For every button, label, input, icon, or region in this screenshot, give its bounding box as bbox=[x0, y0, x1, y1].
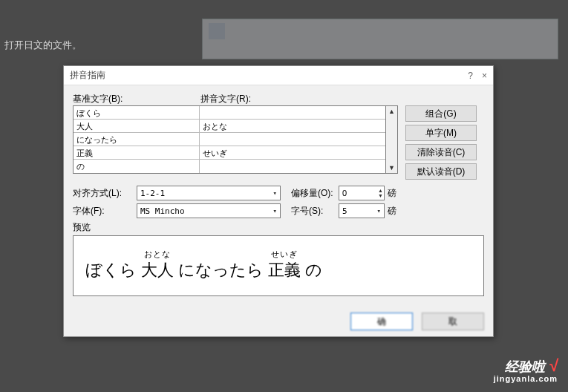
scroll-up-icon[interactable]: ▲ bbox=[386, 106, 397, 117]
preview-segment: になったら bbox=[178, 259, 264, 281]
size-select[interactable]: 5 ▾ bbox=[339, 203, 385, 218]
preview-ruby: おとな bbox=[144, 250, 171, 258]
offset-value: 0 bbox=[342, 189, 347, 197]
size-label: 字号(S): bbox=[291, 205, 339, 218]
clear-reading-button[interactable]: 清除读音(C) bbox=[405, 144, 477, 160]
single-button[interactable]: 单字(M) bbox=[405, 125, 477, 141]
text-grid: ぼくら 大人 おとな になったら 正義 せいぎ の bbox=[73, 105, 386, 174]
grid-scrollbar[interactable]: ▲ ▼ bbox=[386, 105, 398, 174]
preview-pane: ぼくらおとな大人になったらせいぎ正義の bbox=[73, 235, 484, 296]
ruby-cell[interactable] bbox=[200, 160, 385, 173]
font-select[interactable]: MS Mincho ▾ bbox=[137, 203, 281, 218]
combine-button[interactable]: 组合(G) bbox=[405, 105, 477, 122]
ruby-text-label: 拼音文字(R): bbox=[200, 93, 251, 105]
cancel-button[interactable]: 取 bbox=[422, 313, 484, 330]
preview-ruby: せいぎ bbox=[271, 250, 298, 258]
preview-label: 预览 bbox=[73, 221, 484, 234]
size-value: 5 bbox=[342, 206, 347, 216]
default-reading-button[interactable]: 默认读音(D) bbox=[405, 163, 477, 180]
dialog-titlebar: 拼音指南 ? × bbox=[64, 66, 493, 85]
base-cell[interactable]: 正義 bbox=[74, 146, 200, 160]
spin-down-icon[interactable]: ▼ bbox=[378, 193, 383, 198]
chevron-down-icon[interactable]: ▾ bbox=[272, 205, 278, 217]
help-icon[interactable]: ? bbox=[468, 71, 473, 81]
phonetic-guide-dialog: 拼音指南 ? × 基准文字(B): 拼音文字(R): ぼくら 大人 おとな にな… bbox=[63, 65, 494, 337]
ruby-cell[interactable]: せいぎ bbox=[200, 146, 385, 160]
ok-button[interactable]: 确 bbox=[350, 313, 413, 330]
scroll-down-icon[interactable]: ▼ bbox=[386, 163, 397, 173]
size-unit: 磅 bbox=[388, 205, 396, 218]
dialog-title: 拼音指南 bbox=[70, 69, 105, 82]
preview-segment: せいぎ正義 bbox=[268, 250, 301, 281]
background-word-window bbox=[202, 19, 558, 59]
base-cell[interactable]: の bbox=[74, 160, 200, 173]
offset-spinner[interactable]: 0 ▲▼ bbox=[339, 186, 385, 200]
chevron-down-icon[interactable]: ▾ bbox=[272, 187, 278, 199]
alignment-value: 1-2-1 bbox=[140, 189, 165, 198]
preview-segment: ぼくら bbox=[85, 259, 137, 281]
base-cell[interactable]: 大人 bbox=[74, 120, 200, 133]
base-cell[interactable]: になったら bbox=[74, 133, 200, 146]
alignment-label: 对齐方式(L): bbox=[73, 187, 137, 200]
offset-label: 偏移量(O): bbox=[291, 187, 339, 200]
preview-base: 大人 bbox=[141, 259, 174, 281]
ruby-cell[interactable] bbox=[200, 133, 385, 146]
font-value: MS Mincho bbox=[140, 206, 185, 216]
chevron-down-icon[interactable]: ▾ bbox=[376, 205, 382, 217]
preview-base: の bbox=[305, 259, 322, 281]
preview-base: ぼくら bbox=[85, 259, 137, 281]
alignment-select[interactable]: 1-2-1 ▾ bbox=[137, 186, 281, 200]
spin-up-icon[interactable]: ▲ bbox=[378, 188, 383, 193]
offset-unit: 磅 bbox=[388, 187, 396, 200]
ruby-cell[interactable]: おとな bbox=[200, 120, 385, 133]
preview-segment: の bbox=[305, 259, 322, 281]
close-icon[interactable]: × bbox=[482, 71, 487, 81]
preview-base: 正義 bbox=[268, 259, 301, 281]
preview-segment: おとな大人 bbox=[141, 250, 174, 281]
preview-base: になったら bbox=[178, 259, 264, 281]
base-text-label: 基准文字(B): bbox=[73, 93, 200, 105]
watermark-logo: 经验啦 √ jingyanla.com bbox=[494, 360, 558, 385]
base-cell[interactable]: ぼくら bbox=[74, 106, 200, 120]
background-caption: 打开日文的文件。 bbox=[4, 39, 82, 52]
font-label: 字体(F): bbox=[73, 205, 137, 218]
ruby-cell[interactable] bbox=[200, 106, 385, 120]
